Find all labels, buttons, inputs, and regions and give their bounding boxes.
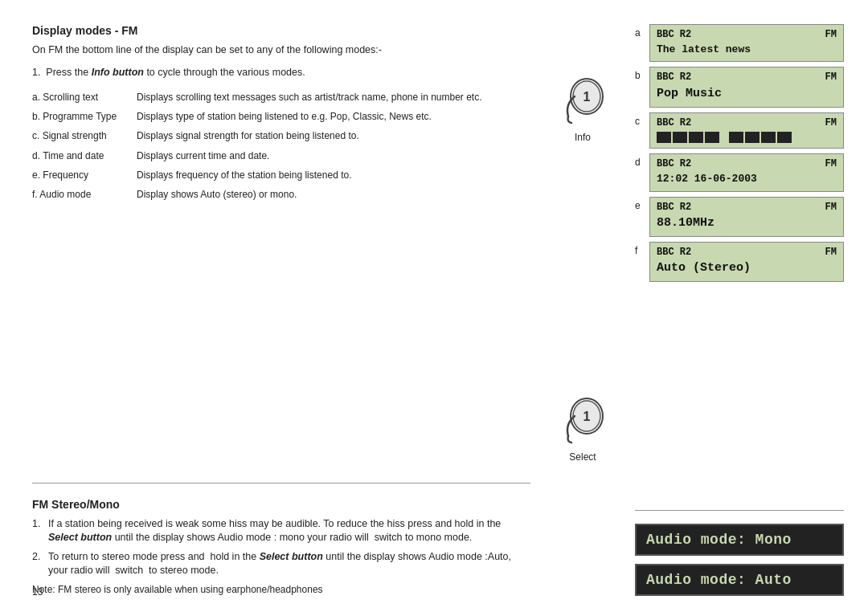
modes-table: a. Scrolling text Displays scrolling tex… <box>32 88 530 204</box>
lcd-station: BBC R2 <box>657 117 691 130</box>
display-row-a: a BBC R2 FM The latest news <box>635 24 844 62</box>
info-icon-section: 1 Info <box>559 72 607 143</box>
fm-stereo-section: FM Stereo/Mono 1. If a station being rec… <box>32 483 530 596</box>
right-column: a BBC R2 FM The latest news b BBC R2 FM … <box>635 24 844 596</box>
svg-text:1: 1 <box>583 90 591 104</box>
mode-desc: Displays current time and date. <box>137 146 530 165</box>
signal-bars <box>657 132 837 143</box>
lcd-bottom-text: 12:02 16-06-2003 <box>657 173 837 186</box>
lcd-top-row: BBC R2 FM <box>657 71 837 84</box>
display-row-d: d BBC R2 FM 12:02 16-06-2003 <box>635 153 844 191</box>
lcd-bottom-text: Auto (Stereo) <box>657 260 837 276</box>
mode-desc: Displays frequency of the station being … <box>137 165 530 185</box>
stereo-note: Note: FM stereo is only available when u… <box>32 583 530 596</box>
page-number: 13 <box>32 586 43 598</box>
mode-row: e. Frequency Displays frequency of the s… <box>32 165 530 185</box>
display-row-label: a <box>635 24 645 39</box>
left-column: Display modes - FM On FM the bottom line… <box>32 24 530 596</box>
section-intro-text: On FM the bottom line of the display can… <box>32 43 530 58</box>
svg-text:1: 1 <box>583 410 591 423</box>
mode-desc: Displays type of station being listened … <box>137 107 530 126</box>
bar6 <box>745 132 760 143</box>
lcd-band: FM <box>825 29 837 42</box>
info-button-icon: 1 <box>559 72 607 129</box>
step-num-1: 1. <box>32 517 45 545</box>
mode-row: b. Programme Type Displays type of stati… <box>32 107 530 126</box>
lcd-top-row: BBC R2 FM <box>657 29 837 42</box>
mode-label: d. Time and date <box>32 146 137 165</box>
display-row-label: e <box>635 197 645 211</box>
mode-label: b. Programme Type <box>32 107 137 126</box>
mode-desc: Displays signal strength for station bei… <box>137 126 530 145</box>
bar-gap <box>721 132 727 143</box>
lcd-large-display-0: Audio mode: Mono <box>635 524 844 556</box>
lcd-band: FM <box>825 202 837 214</box>
display-row-f: f BBC R2 FM Auto (Stereo) <box>635 242 844 282</box>
section-title-stereo: FM Stereo/Mono <box>32 498 530 511</box>
display-row-label: d <box>635 153 645 168</box>
mode-row: c. Signal strength Displays signal stren… <box>32 126 530 145</box>
lcd-top-row: BBC R2 FM <box>657 247 837 259</box>
mode-label: c. Signal strength <box>32 126 137 145</box>
bar1 <box>657 132 671 143</box>
mode-row: d. Time and date Displays current time a… <box>32 146 530 165</box>
display-screens-top: a BBC R2 FM The latest news b BBC R2 FM … <box>635 24 844 511</box>
select-icon-section: 1 Select <box>559 392 607 463</box>
bar4 <box>705 132 719 143</box>
step1-text: 1. Press the Info button to cycle throug… <box>32 66 530 80</box>
display-modes-section: Display modes - FM On FM the bottom line… <box>32 24 530 483</box>
display-row-label: b <box>635 67 645 81</box>
bar7 <box>761 132 776 143</box>
mode-desc: Display shows Auto (stereo) or mono. <box>137 185 530 204</box>
lcd-display-a: BBC R2 FM The latest news <box>649 24 844 62</box>
lcd-display-c: BBC R2 FM <box>649 112 844 149</box>
display-row-c: c BBC R2 FM <box>635 112 844 149</box>
step-list-top: 1. Press the Info button to cycle throug… <box>32 66 530 80</box>
step-num-2: 2. <box>32 550 45 578</box>
mode-label: a. Scrolling text <box>32 88 137 107</box>
display-screens-bottom: Audio mode: MonoAudio mode: Auto <box>635 511 844 596</box>
bar8 <box>777 132 792 143</box>
bar2 <box>673 132 687 143</box>
lcd-station: BBC R2 <box>657 158 691 171</box>
stereo-step1: 1. If a station being received is weak s… <box>32 517 530 545</box>
mode-row: f. Audio mode Display shows Auto (stereo… <box>32 185 530 204</box>
select-button-ref-1: Select button <box>48 532 112 543</box>
lcd-station: BBC R2 <box>657 29 691 42</box>
select-button-icon: 1 <box>559 392 607 448</box>
display-row-label: c <box>635 112 645 127</box>
bar3 <box>689 132 703 143</box>
bar5 <box>729 132 743 143</box>
lcd-display-f: BBC R2 FM Auto (Stereo) <box>649 242 844 282</box>
stereo-step1-text: If a station being received is weak some… <box>48 517 530 545</box>
info-icon-label: Info <box>575 132 591 143</box>
display-row-label: f <box>635 242 645 256</box>
mode-label: e. Frequency <box>32 165 137 185</box>
section-title-display-modes: Display modes - FM <box>32 24 530 37</box>
middle-column: 1 Info 1 Select <box>547 24 619 596</box>
select-button-ref-2: Select button <box>260 551 323 562</box>
lcd-top-row: BBC R2 FM <box>657 117 837 130</box>
lcd-bottom-text: Pop Music <box>657 86 837 102</box>
lcd-station: BBC R2 <box>657 202 691 214</box>
lcd-display-e: BBC R2 FM 88.10MHz <box>649 197 844 237</box>
lcd-large-display-1: Audio mode: Auto <box>635 564 844 596</box>
mode-desc: Displays scrolling text messages such as… <box>137 88 530 107</box>
lcd-top-row: BBC R2 FM <box>657 202 837 214</box>
mode-label: f. Audio mode <box>32 185 137 204</box>
mode-row: a. Scrolling text Displays scrolling tex… <box>32 88 530 107</box>
info-button-ref: Info button <box>92 67 144 78</box>
lcd-top-row: BBC R2 FM <box>657 158 837 171</box>
lcd-display-b: BBC R2 FM Pop Music <box>649 67 844 107</box>
select-icon-label: Select <box>569 451 596 463</box>
stereo-step2-text: To return to stereo mode press and hold … <box>48 550 530 578</box>
stereo-step2: 2. To return to stereo mode press and ho… <box>32 550 530 578</box>
lcd-band: FM <box>825 71 837 84</box>
lcd-bottom-text: 88.10MHz <box>657 215 837 231</box>
display-row-e: e BBC R2 FM 88.10MHz <box>635 197 844 237</box>
lcd-station: BBC R2 <box>657 247 691 259</box>
display-row-b: b BBC R2 FM Pop Music <box>635 67 844 107</box>
page: Display modes - FM On FM the bottom line… <box>0 0 868 612</box>
lcd-bottom-text: The latest news <box>657 43 837 57</box>
lcd-band: FM <box>825 247 837 259</box>
